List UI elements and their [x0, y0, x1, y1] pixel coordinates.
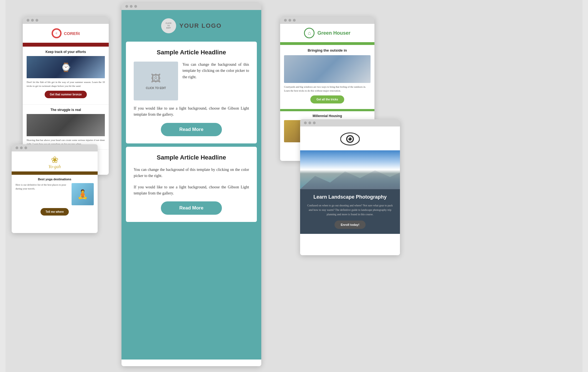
- dot2: [308, 122, 311, 124]
- camera-logo-area: [300, 126, 400, 150]
- browser-bar-gh: [280, 17, 374, 24]
- click-to-edit-label: CLICK TO EDIT: [166, 22, 171, 29]
- gh-divider: [280, 109, 374, 111]
- watch-icon: ⌚: [61, 62, 71, 72]
- gh-logo-area: ⌂ Green Houser: [280, 24, 374, 42]
- yogah-pose-image: 🧘: [72, 183, 94, 205]
- corefit-red-banner: [23, 43, 109, 47]
- landscape-card: Learn Landscape Photography Confused on …: [300, 189, 400, 234]
- corefit-logo-inner: C: [53, 30, 60, 37]
- corefit-card-1: Keep track of your efforts ⌚ Don't let t…: [23, 47, 109, 105]
- dot2: [288, 19, 291, 22]
- yogah-card: Best yoga destinations Here is our defin…: [12, 175, 98, 221]
- article-2-text-2: If you would like to use a light backgro…: [134, 184, 249, 197]
- yogah-brown-banner: [12, 171, 98, 175]
- corefit-logo-circle: C: [52, 28, 62, 38]
- article-card-1: Sample Article Headline 🖼 CLICK TO EDIT …: [126, 42, 257, 143]
- main-content: CLICK TO EDIT YOUR LOGO Sample Article H…: [121, 10, 261, 360]
- gh-card-1: Bringing the outside in Courtyards and b…: [280, 45, 374, 109]
- gh-card-2-title: Millennial Housing: [284, 114, 371, 118]
- yogah-logo-area: ❀ Yo-gah: [12, 151, 98, 171]
- logo-area: CLICK TO EDIT YOUR LOGO: [121, 10, 261, 39]
- article-card-2: Sample Article Headline You can change t…: [126, 147, 257, 222]
- gh-card-1-title: Bringing the outside in: [284, 48, 371, 52]
- yogah-card-body: Here is our definitive list of the best …: [16, 183, 94, 205]
- mountain-landscape-image: [300, 150, 400, 189]
- landscape-title: Learn Landscape Photography: [306, 194, 394, 200]
- dot3: [24, 146, 27, 149]
- svg-point-4: [348, 137, 349, 138]
- lotus-icon: ❀: [51, 155, 59, 164]
- camera-eye-icon: [340, 132, 360, 146]
- dot1: [27, 19, 29, 22]
- gh-cta-button[interactable]: Get all the tricks: [310, 95, 344, 103]
- landscape-browser-window: Learn Landscape Photography Confused on …: [300, 119, 400, 255]
- dot2: [20, 146, 23, 149]
- article-1-headline: Sample Article Headline: [134, 49, 249, 56]
- corefit-logo-area: C COREfit: [23, 24, 109, 43]
- gh-green-banner: [280, 42, 374, 45]
- dot3: [293, 19, 296, 22]
- dot3: [36, 19, 38, 22]
- yogah-card-title: Best yoga destinations: [16, 178, 94, 181]
- corefit-card-2-title: The struggle is real: [27, 108, 105, 112]
- dot1: [304, 122, 307, 124]
- article-1-text-2: If you would like to use a light backgro…: [134, 105, 249, 118]
- yoga-person-icon: 🧘: [77, 189, 88, 199]
- browser-bar-landscape: [300, 119, 400, 126]
- dot3: [313, 122, 316, 124]
- browser-bar-yogah: [12, 144, 98, 151]
- article-1-text: You can change the background of this te…: [183, 62, 249, 100]
- corefit-card-1-title: Keep track of your efforts: [27, 50, 105, 54]
- corefit-gym-image: [27, 114, 105, 136]
- read-more-button-1[interactable]: Read More: [161, 123, 222, 136]
- main-browser-window: CLICK TO EDIT YOUR LOGO Sample Article H…: [121, 3, 261, 366]
- gh-brand-text: Green Houser: [317, 30, 350, 36]
- landscape-text: Confused on when to go out shooting and …: [306, 203, 394, 217]
- read-more-button-2[interactable]: Read More: [161, 201, 222, 215]
- dot1: [284, 19, 287, 22]
- corefit-prefix: CORE: [64, 31, 76, 36]
- enroll-button[interactable]: Enroll today!: [334, 221, 365, 229]
- corefit-card-1-text: Don't let the flab of life get in the wa…: [27, 80, 105, 88]
- corefit-content: C COREfit Keep track of your efforts ⌚ D…: [23, 24, 109, 150]
- corefit-c: C: [56, 32, 58, 35]
- browser-dot-2: [130, 5, 133, 8]
- yogah-card-text: Here is our definitive list of the best …: [16, 183, 69, 205]
- image-click-label: CLICK TO EDIT: [146, 87, 166, 90]
- corefit-suffix: fit: [76, 31, 80, 36]
- gh-room-image: [284, 55, 371, 83]
- scene: CLICK TO EDIT YOUR LOGO Sample Article H…: [6, 0, 582, 372]
- image-placeholder-icon: 🖼: [151, 73, 161, 84]
- article-1-body: 🖼 CLICK TO EDIT You can change the backg…: [134, 62, 249, 100]
- corefit-cta-button[interactable]: Get that summer bronze: [45, 91, 87, 98]
- corefit-brand-text: COREfit: [64, 31, 80, 36]
- browser-bar-main: [121, 3, 261, 10]
- landscape-content: Learn Landscape Photography Confused on …: [300, 126, 400, 234]
- gh-card-1-text: Courtyards and big windows are two ways …: [284, 85, 371, 93]
- yogah-brand-text: Yo-gah: [49, 164, 61, 169]
- corefit-watch-image: ⌚: [27, 56, 105, 78]
- gh-house-icon: ⌂: [304, 28, 315, 38]
- article-2-text-1: You can change the background of this te…: [134, 167, 249, 179]
- browser-bar-corefit: [23, 17, 109, 24]
- corefit-card-2: The struggle is real Heaving that bar ab…: [23, 105, 109, 150]
- logo-text[interactable]: YOUR LOGO: [179, 22, 222, 29]
- browser-dot-3: [134, 5, 137, 8]
- article-1-image[interactable]: 🖼 CLICK TO EDIT: [134, 62, 178, 100]
- article-2-headline: Sample Article Headline: [134, 154, 249, 161]
- logo-placeholder[interactable]: CLICK TO EDIT: [161, 18, 176, 33]
- yogah-content: ❀ Yo-gah Best yoga destinations Here is …: [12, 151, 98, 221]
- browser-dot-1: [125, 5, 128, 8]
- dot1: [16, 146, 18, 149]
- dot2: [31, 19, 34, 22]
- yogah-browser-window: ❀ Yo-gah Best yoga destinations Here is …: [12, 144, 98, 233]
- yogah-cta-button[interactable]: Tell me where: [40, 208, 69, 216]
